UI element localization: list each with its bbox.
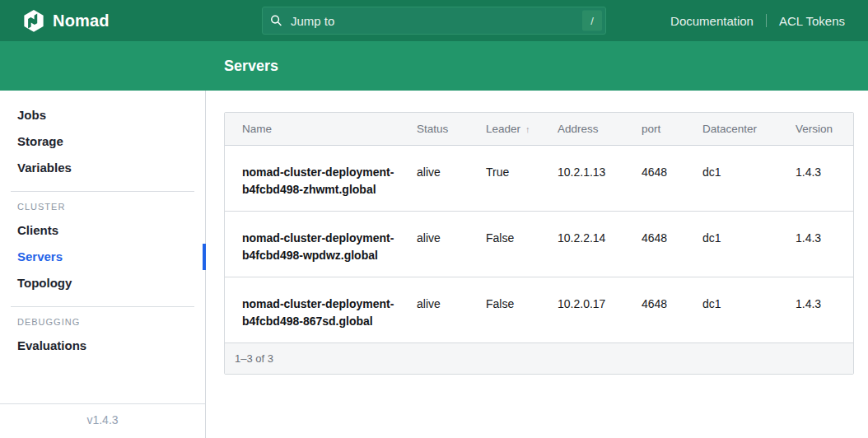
column-header-name[interactable]: Name bbox=[225, 113, 417, 146]
server-address-cell: 10.2.2.14 bbox=[558, 212, 642, 277]
sidebar: Jobs Storage Variables CLUSTER Clients S… bbox=[0, 91, 206, 438]
server-version-cell: 1.4.3 bbox=[796, 212, 853, 277]
server-name-cell: nomad-cluster-deployment-b4fcbd498-wpdwz… bbox=[225, 212, 417, 277]
server-port-cell: 4648 bbox=[642, 212, 702, 277]
column-header-leader[interactable]: Leader↑ bbox=[486, 113, 558, 146]
nav-link-acl-tokens[interactable]: ACL Tokens bbox=[779, 14, 845, 28]
sidebar-divider bbox=[11, 306, 194, 307]
column-header-version[interactable]: Version bbox=[796, 113, 853, 146]
nav-divider bbox=[766, 14, 767, 27]
server-version-cell: 1.4.3 bbox=[796, 277, 853, 343]
navbar-links: Documentation ACL Tokens bbox=[670, 14, 845, 28]
jump-to-search: / bbox=[262, 7, 606, 35]
pagination-bar: 1–3 of 3 bbox=[225, 342, 853, 374]
page-title: Servers bbox=[224, 58, 278, 75]
server-address-cell: 10.2.1.13 bbox=[558, 146, 642, 212]
server-datacenter-cell: dc1 bbox=[702, 277, 796, 343]
server-leader-cell: False bbox=[486, 277, 558, 343]
nomad-logo-icon bbox=[23, 10, 44, 32]
sort-ascending-icon: ↑ bbox=[525, 124, 530, 134]
sidebar-divider bbox=[11, 191, 194, 192]
sidebar-item-evaluations[interactable]: Evaluations bbox=[0, 333, 205, 359]
server-port-cell: 4648 bbox=[642, 277, 702, 343]
sidebar-footer: v1.4.3 bbox=[0, 403, 205, 438]
nomad-home-link[interactable]: Nomad bbox=[23, 10, 110, 32]
server-status-cell: alive bbox=[417, 212, 486, 277]
server-name-cell: nomad-cluster-deployment-b4fcbd498-zhwmt… bbox=[225, 146, 417, 212]
column-header-status[interactable]: Status bbox=[417, 113, 486, 146]
version-label: v1.4.3 bbox=[86, 413, 118, 426]
column-header-leader-label: Leader bbox=[486, 123, 520, 135]
column-header-port[interactable]: port bbox=[642, 113, 702, 146]
server-version-cell: 1.4.3 bbox=[796, 146, 853, 212]
server-port-cell: 4648 bbox=[642, 146, 702, 212]
server-row[interactable]: nomad-cluster-deployment-b4fcbd498-wpdwz… bbox=[225, 212, 853, 277]
sidebar-item-variables[interactable]: Variables bbox=[0, 155, 205, 181]
server-row[interactable]: nomad-cluster-deployment-b4fcbd498-zhwmt… bbox=[225, 146, 853, 212]
server-datacenter-cell: dc1 bbox=[702, 146, 796, 212]
sidebar-item-servers[interactable]: Servers bbox=[0, 244, 205, 270]
server-row[interactable]: nomad-cluster-deployment-b4fcbd498-867sd… bbox=[225, 277, 853, 343]
nav-link-documentation[interactable]: Documentation bbox=[670, 14, 754, 28]
column-header-datacenter[interactable]: Datacenter bbox=[702, 113, 796, 146]
slash-shortcut-badge: / bbox=[582, 11, 602, 31]
sidebar-item-jobs[interactable]: Jobs bbox=[0, 102, 205, 128]
pagination-info: 1–3 of 3 bbox=[235, 352, 273, 365]
page-header: Servers bbox=[0, 41, 868, 91]
server-status-cell: alive bbox=[417, 277, 486, 343]
table-header-row: Name Status Leader↑ Address port Datacen… bbox=[225, 113, 853, 146]
server-name-cell: nomad-cluster-deployment-b4fcbd498-867sd… bbox=[225, 277, 417, 343]
servers-table: Name Status Leader↑ Address port Datacen… bbox=[224, 112, 854, 375]
sidebar-section-cluster-label: CLUSTER bbox=[0, 202, 205, 212]
brand-name: Nomad bbox=[53, 12, 110, 30]
sidebar-item-clients[interactable]: Clients bbox=[0, 217, 205, 244]
server-address-cell: 10.2.0.17 bbox=[558, 277, 642, 343]
sidebar-item-storage[interactable]: Storage bbox=[0, 128, 205, 155]
server-status-cell: alive bbox=[417, 146, 486, 212]
jump-to-input[interactable] bbox=[262, 7, 606, 35]
column-header-address[interactable]: Address bbox=[558, 113, 642, 146]
main-content: Name Status Leader↑ Address port Datacen… bbox=[206, 91, 868, 438]
sidebar-item-topology[interactable]: Topology bbox=[0, 270, 205, 296]
top-navbar: Nomad / Documentation ACL Tokens bbox=[0, 0, 868, 41]
server-leader-cell: False bbox=[486, 212, 558, 277]
server-datacenter-cell: dc1 bbox=[702, 212, 796, 277]
sidebar-section-debugging-label: DEBUGGING bbox=[0, 317, 205, 327]
server-leader-cell: True bbox=[486, 146, 558, 212]
